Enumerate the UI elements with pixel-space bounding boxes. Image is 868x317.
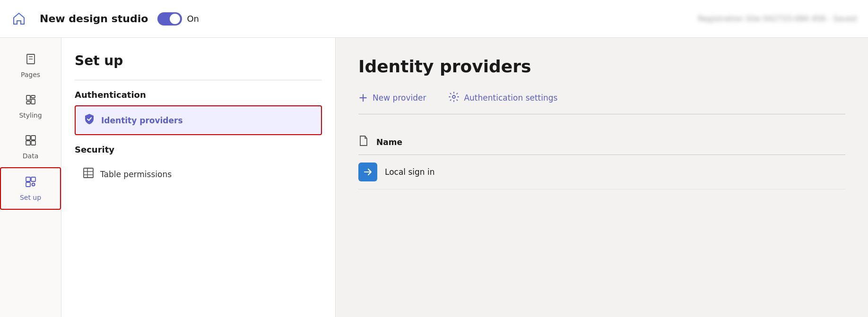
new-provider-label: New provider — [373, 93, 426, 103]
main-layout: Pages Styling — [0, 38, 868, 317]
sidebar-item-styling[interactable]: Styling — [0, 86, 61, 127]
setup-label: Set up — [20, 194, 41, 201]
local-signin-label: Local sign in — [385, 167, 435, 177]
sidebar-item-data[interactable]: Data — [0, 127, 61, 167]
app-title: New design studio — [40, 13, 148, 25]
topbar: New design studio On Registration Site 0… — [0, 0, 868, 38]
data-label: Data — [23, 152, 38, 160]
identity-providers-label: Identity providers — [101, 116, 183, 125]
table-permissions-icon — [82, 167, 95, 181]
security-section-title: Security — [75, 145, 322, 154]
svg-rect-10 — [31, 141, 35, 145]
setup-icon — [25, 176, 37, 191]
svg-rect-3 — [26, 95, 30, 100]
authentication-section-title: Authentication — [75, 90, 322, 100]
content-actions: + New provider Authentication settings — [358, 91, 845, 114]
security-section: Security Table permissions — [75, 145, 322, 188]
toggle-container: On — [157, 12, 199, 26]
svg-rect-12 — [31, 177, 35, 181]
styling-icon — [25, 94, 37, 109]
saved-status: Registration Site 042733-084 456 - Saved — [698, 14, 857, 23]
table-permissions-label: Table permissions — [100, 170, 172, 179]
styling-label: Styling — [19, 111, 42, 119]
svg-rect-4 — [31, 95, 35, 98]
toggle-label: On — [187, 14, 199, 24]
svg-rect-6 — [26, 102, 30, 104]
setup-panel-title: Set up — [75, 53, 322, 69]
content-area: Identity providers + New provider Authen… — [336, 38, 868, 317]
data-icon — [25, 134, 37, 149]
identity-providers-item[interactable]: Identity providers — [75, 105, 322, 135]
authentication-section: Authentication Identity providers — [75, 90, 322, 135]
new-provider-button[interactable]: + New provider — [358, 91, 426, 104]
svg-rect-7 — [26, 136, 30, 140]
auth-settings-label: Authentication settings — [464, 93, 557, 103]
content-title: Identity providers — [358, 57, 845, 76]
icon-nav: Pages Styling — [0, 38, 61, 317]
svg-point-21 — [452, 95, 455, 98]
table-header-icon — [358, 135, 369, 149]
sidebar-item-setup[interactable]: Set up — [0, 167, 61, 210]
gear-icon — [449, 92, 459, 104]
local-signin-icon — [358, 163, 377, 181]
svg-rect-5 — [31, 99, 35, 104]
svg-rect-9 — [26, 141, 30, 145]
svg-rect-17 — [84, 168, 93, 178]
sidebar-item-pages[interactable]: Pages — [0, 45, 61, 86]
table-permissions-item[interactable]: Table permissions — [75, 160, 322, 188]
svg-rect-8 — [31, 136, 35, 140]
plus-icon: + — [358, 91, 368, 104]
pages-label: Pages — [21, 71, 40, 78]
home-icon[interactable] — [11, 11, 26, 26]
table-row[interactable]: Local sign in — [358, 155, 845, 189]
svg-rect-13 — [26, 182, 30, 187]
setup-panel: Set up Authentication Identity providers… — [61, 38, 336, 317]
new-design-toggle[interactable] — [157, 12, 182, 26]
table-header-name: Name — [376, 137, 402, 147]
pages-icon — [25, 53, 37, 68]
table-header: Name — [358, 129, 845, 155]
svg-rect-11 — [26, 177, 30, 181]
shield-check-icon — [83, 113, 95, 128]
auth-settings-button[interactable]: Authentication settings — [449, 92, 557, 104]
